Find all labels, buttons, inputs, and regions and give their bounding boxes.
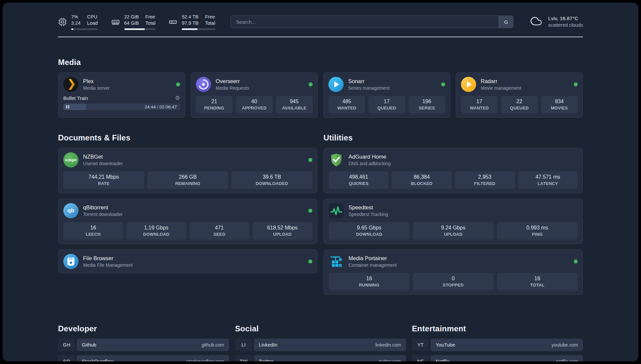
service-name: Overseerr (216, 78, 304, 84)
bookmark-name: StackOverflow (82, 358, 114, 361)
stat-tile: 618.52 Mbps UPLOAD (253, 222, 312, 240)
section-title-entertainment: Entertainment (412, 324, 583, 333)
service-card-adguard[interactable]: AdGuard Home DNS and adblocking 498,461 … (323, 148, 583, 194)
bookmark-group-social: Social LI LinkedIn linkedin.com TW Twitt… (235, 324, 406, 361)
stat-label: QUEUED (370, 106, 403, 110)
section-title-documents: Documents & Files (58, 133, 318, 142)
stat-value: 1.19 Gbps (128, 225, 184, 231)
bookmark-twitter[interactable]: TW Twitter twitter.com (235, 355, 406, 361)
stat-label: REMAINING (149, 181, 226, 186)
stat-tile: 196 SERIES (409, 96, 445, 113)
bookmark-name: YouTube (436, 342, 455, 348)
stat-label: PING (499, 232, 576, 237)
service-description: Series management (348, 85, 437, 91)
cpu-load-value: 3.24 (71, 20, 80, 26)
qbittorrent-icon-text: qb (67, 207, 74, 214)
stat-label: QUERIES (331, 181, 386, 186)
stat-value: 498,461 (331, 174, 386, 180)
stat-tile: 22 QUEUED (501, 96, 537, 113)
service-description: DNS and adblocking (349, 161, 578, 166)
bookmark-abbr: SO (58, 355, 75, 361)
stat-tile: 498,461 QUERIES (329, 171, 388, 189)
stat-tile: 9.24 Gbps UPLOAD (413, 222, 494, 240)
service-card-radarr[interactable]: Radarr Movie management 17 WANTED 22 QUE… (456, 72, 583, 118)
service-card-nzbget[interactable]: nzbget NZBGet Usenet downloader 744.21 M… (58, 148, 318, 194)
service-card-sonarr[interactable]: Sonarr Series management 485 WANTED 17 Q… (323, 72, 450, 118)
disk-progress-bar (182, 28, 215, 30)
cloud-icon (529, 15, 544, 28)
disk-total-value: 97.9 TB (182, 20, 198, 26)
stat-value: 9.24 Gbps (415, 225, 492, 231)
search-input[interactable] (230, 15, 514, 28)
memory-icon (111, 17, 120, 26)
stat-tile: 16 LEECH (63, 222, 123, 240)
playback-progress-bar[interactable]: 24:44 / 02:06:47 (63, 104, 180, 110)
radarr-icon (461, 77, 476, 92)
stat-label: UPLOAD (255, 232, 310, 237)
gear-icon[interactable]: ⚙ (175, 95, 180, 101)
plex-now-playing-widget: Bullet Train ⚙ 24:44 / 02:06:47 (63, 95, 180, 110)
stat-tile: 16 TOTAL (497, 273, 578, 290)
stat-value: 17 (463, 99, 496, 105)
bookmark-domain: github.com (201, 342, 224, 348)
status-dot (574, 82, 578, 86)
disk-icon (168, 17, 177, 26)
plex-icon (63, 77, 78, 92)
stat-tile: 266 GB REMAINING (147, 171, 228, 189)
service-card-overseerr[interactable]: Overseerr Media Requests 21 PENDING 40 A… (191, 72, 318, 118)
memory-widget: 22 GiB 64 GiB Free Total (111, 14, 156, 30)
header-divider (58, 37, 583, 37)
stat-tile: 945 AVAILABLE (276, 96, 313, 113)
service-card-plex[interactable]: Plex Media server Bullet Train ⚙ (58, 72, 185, 118)
stat-tile: 40 APPROVED (236, 96, 272, 113)
memory-free-value: 22 GiB (124, 14, 139, 20)
service-name: Speedtest (349, 204, 578, 211)
stat-label: DOWNLOAD (331, 232, 408, 237)
section-media: Media Plex (58, 58, 583, 118)
stat-value: 485 (330, 99, 363, 105)
stat-label: LEECH (65, 232, 121, 237)
section-title-media: Media (58, 58, 583, 67)
disk-widget: 52.4 TB 97.9 TB Free Total (168, 14, 215, 30)
stat-label: WANTED (330, 106, 363, 110)
bookmark-domain: youtube.com (552, 342, 578, 348)
bookmark-stackoverflow[interactable]: SO StackOverflow stackoverflow.com (58, 355, 229, 361)
bookmark-github[interactable]: GH Github github.com (58, 339, 229, 351)
bookmark-domain: stackoverflow.com (186, 359, 224, 361)
service-description: Torrent downloader (83, 212, 304, 217)
weather-condition: scattered clouds (548, 22, 583, 29)
bookmark-linkedin[interactable]: LI LinkedIn linkedin.com (235, 339, 406, 351)
service-description: Media File Management (83, 262, 304, 268)
disk-total-label: Total (205, 20, 215, 26)
section-title-social: Social (235, 324, 406, 333)
stat-label: PENDING (198, 106, 230, 110)
bookmark-netflix[interactable]: NF Netflix netflix.com (412, 355, 583, 361)
pause-icon[interactable] (66, 105, 69, 108)
cpu-progress-bar (71, 28, 98, 30)
disk-free-value: 52.4 TB (182, 14, 198, 20)
stat-value: 196 (411, 99, 443, 105)
service-card-portainer[interactable]: Media Portainer Container management 16 … (323, 249, 583, 295)
service-description: Media Requests (216, 85, 304, 91)
stat-tile: 16 RUNNING (329, 273, 410, 290)
section-documents: Documents & Files nzbget NZBGet Usenet d… (58, 133, 318, 274)
stat-label: RUNNING (331, 283, 408, 288)
status-dot (309, 82, 313, 86)
stat-label: FILTERED (457, 181, 513, 186)
stat-label: LATENCY (520, 181, 576, 186)
stat-tile: 17 QUEUED (368, 96, 405, 113)
search-engine-button[interactable]: G (499, 16, 513, 28)
service-card-qbittorrent[interactable]: qb qBittorrent Torrent downloader 16 (58, 198, 318, 244)
stat-tile: 17 WANTED (461, 96, 498, 113)
service-name: AdGuard Home (349, 154, 578, 160)
stat-value: 39.6 TB (233, 174, 310, 180)
service-description: Media server (83, 85, 171, 91)
stat-tile: 39.6 TB DOWNLOADED (231, 171, 312, 189)
service-card-speedtest[interactable]: Speedtest Speedtest Tracking 9.65 Gbps D… (323, 198, 583, 244)
stat-value: 2,953 (457, 174, 513, 180)
stat-label: SEED (192, 232, 247, 237)
bookmark-youtube[interactable]: YT YouTube youtube.com (412, 339, 583, 351)
stat-tile: 471 SEED (190, 222, 249, 240)
weather-widget[interactable]: Lviv, 16.87°C scattered clouds (529, 15, 583, 28)
service-card-filebrowser[interactable]: File Browser Media File Management (58, 249, 318, 274)
